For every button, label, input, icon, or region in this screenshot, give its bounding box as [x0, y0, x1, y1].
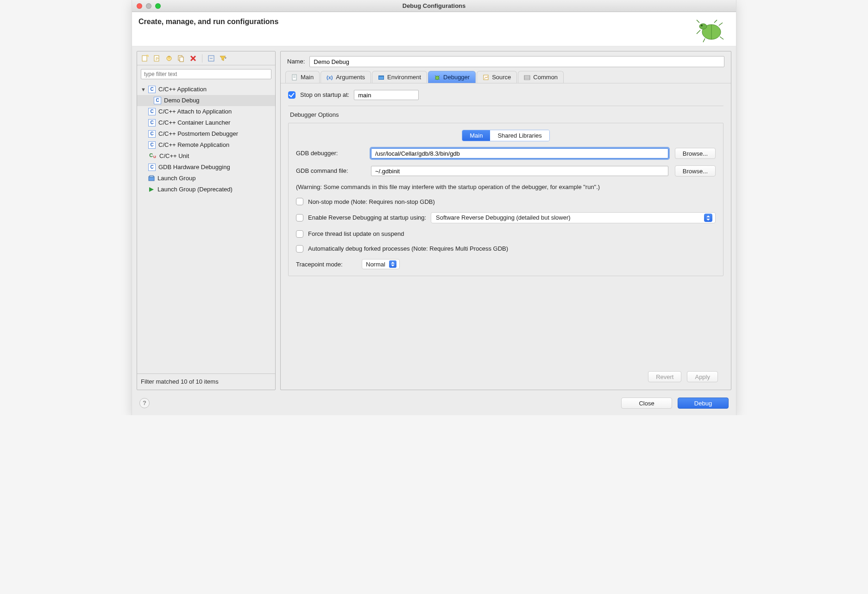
new-config-icon[interactable]	[141, 54, 149, 63]
c-badge-icon: C	[148, 130, 156, 138]
gdb-debugger-label: GDB debugger:	[296, 149, 365, 158]
cu-badge-icon: CU	[148, 153, 157, 159]
svg-point-3	[701, 25, 703, 26]
gdbinit-warning: (Warning: Some commands in this file may…	[296, 183, 716, 191]
chevron-up-down-icon	[704, 214, 712, 222]
tab-label: Source	[492, 73, 511, 82]
tracepoint-select[interactable]: Normal	[362, 259, 400, 269]
tree-item[interactable]: CC/C++ Container Launcher	[137, 117, 275, 128]
svg-rect-20	[379, 76, 384, 79]
non-stop-checkbox[interactable]	[296, 198, 303, 205]
arguments-tab-icon: (x)=	[327, 74, 333, 81]
svg-rect-13	[150, 176, 153, 177]
name-input[interactable]	[309, 56, 724, 67]
expand-arrow-icon[interactable]: ▼	[141, 86, 145, 93]
delete-icon[interactable]	[189, 54, 197, 63]
gdb-command-file-label: GDB command file:	[296, 167, 365, 175]
tree-item[interactable]: CC/C++ Attach to Application	[137, 106, 275, 117]
c-badge-icon: C	[154, 97, 161, 104]
stop-on-startup-input[interactable]	[354, 90, 419, 100]
filter-menu-icon[interactable]	[219, 54, 227, 63]
svg-rect-4	[142, 56, 147, 61]
filter-status: Filter matched 10 of 10 items	[137, 373, 275, 390]
force-thread-update-label: Force thread list update on suspend	[308, 230, 404, 238]
tab-arguments[interactable]: (x)=Arguments	[321, 71, 371, 83]
stop-on-startup-label: Stop on startup at:	[300, 91, 349, 99]
main-tab-icon	[291, 74, 298, 81]
svg-point-2	[699, 24, 707, 29]
non-stop-label: Non-stop mode (Note: Requires non-stop G…	[308, 198, 435, 206]
auto-debug-fork-checkbox[interactable]	[296, 245, 303, 253]
name-label: Name:	[287, 57, 305, 66]
segment-main[interactable]: Main	[462, 130, 490, 141]
common-tab-icon	[524, 74, 530, 81]
reverse-debug-select[interactable]: Software Reverse Debugging (detailed but…	[431, 212, 716, 223]
tree-item-label: C/C++ Container Launcher	[158, 119, 230, 127]
new-prototype-icon[interactable]: P	[153, 54, 161, 63]
tab-common[interactable]: Common	[518, 71, 564, 83]
filter-input[interactable]	[141, 69, 271, 79]
c-badge-icon: C	[148, 86, 156, 93]
help-icon[interactable]: ?	[139, 398, 150, 408]
tree-item[interactable]: CUC/C++ Unit	[137, 151, 275, 162]
left-panel: P ▼CC/C++ ApplicationCDemo DebugCC/C++ A…	[137, 51, 276, 390]
tab-label: Arguments	[336, 73, 365, 82]
tree-item-label: C/C++ Postmortem Debugger	[158, 130, 238, 138]
config-tabs: Main(x)=ArgumentsEnvironmentDebuggerSour…	[281, 71, 731, 83]
duplicate-icon[interactable]	[177, 54, 185, 63]
debugger-subtab-segmented[interactable]: Main Shared Libraries	[462, 130, 550, 142]
gdb-command-file-input[interactable]	[371, 166, 668, 176]
titlebar: Debug Configurations	[132, 0, 736, 12]
dialog-window: Debug Configurations Create, manage, and…	[132, 0, 736, 415]
c-badge-icon: C	[148, 141, 156, 149]
svg-line-23	[438, 76, 440, 76]
reverse-debug-checkbox[interactable]	[296, 214, 303, 221]
dialog-header: Create, manage, and run configurations	[132, 12, 736, 46]
apply-button[interactable]: Apply	[687, 371, 718, 382]
tree-item[interactable]: Launch Group (Deprecated)	[137, 184, 275, 195]
tree-item[interactable]: CC/C++ Postmortem Debugger	[137, 128, 275, 139]
dialog-heading: Create, manage, and run configurations	[138, 17, 278, 27]
auto-debug-fork-label: Automatically debug forked processes (No…	[308, 245, 508, 253]
play-icon	[148, 186, 155, 193]
svg-text:P: P	[156, 57, 158, 61]
reverse-debug-select-value: Software Reverse Debugging (detailed but…	[436, 214, 571, 222]
tree-item[interactable]: Launch Group	[137, 173, 275, 184]
tab-source[interactable]: Source	[477, 71, 517, 83]
debug-button[interactable]: Debug	[678, 398, 729, 409]
tree-item-label: C/C++ Remote Application	[158, 141, 229, 149]
stop-on-startup-checkbox[interactable]	[288, 91, 296, 99]
debugger-pane: Stop on startup at: Debugger Options Mai…	[281, 83, 731, 390]
tree-item[interactable]: CDemo Debug	[137, 95, 275, 106]
environment-tab-icon	[378, 74, 384, 81]
debugger-options-legend: Debugger Options	[288, 111, 723, 119]
c-badge-icon: C	[148, 108, 156, 115]
tab-label: Debugger	[443, 73, 470, 82]
separator	[202, 54, 202, 63]
gdb-debugger-input[interactable]	[371, 148, 668, 158]
tab-environment[interactable]: Environment	[372, 71, 427, 83]
tree-item[interactable]: CC/C++ Remote Application	[137, 139, 275, 151]
svg-point-21	[435, 76, 439, 80]
gdb-debugger-browse-button[interactable]: Browse...	[675, 148, 716, 159]
window-title: Debug Configurations	[132, 2, 736, 10]
tree-item[interactable]: CGDB Hardware Debugging	[137, 162, 275, 173]
revert-button[interactable]: Revert	[648, 371, 681, 382]
close-button[interactable]: Close	[621, 398, 672, 409]
tree-item-label: Launch Group (Deprecated)	[157, 185, 233, 194]
tree-item[interactable]: ▼CC/C++ Application	[137, 84, 275, 95]
tab-debugger[interactable]: Debugger	[428, 71, 476, 83]
tree-item-label: C/C++ Unit	[159, 152, 189, 160]
svg-text:(x)=: (x)=	[327, 75, 333, 80]
segment-shared-libraries[interactable]: Shared Libraries	[490, 130, 549, 141]
debugger-tab-icon	[434, 74, 440, 81]
svg-line-22	[435, 76, 436, 76]
tab-main[interactable]: Main	[285, 71, 320, 83]
right-panel: Name: Main(x)=ArgumentsEnvironmentDebugg…	[280, 51, 731, 390]
svg-rect-27	[524, 76, 530, 80]
export-icon[interactable]	[165, 54, 173, 63]
config-tree[interactable]: ▼CC/C++ ApplicationCDemo DebugCC/C++ Att…	[137, 82, 275, 373]
gdb-command-file-browse-button[interactable]: Browse...	[675, 165, 716, 177]
force-thread-update-checkbox[interactable]	[296, 230, 303, 238]
collapse-all-icon[interactable]	[207, 54, 215, 63]
